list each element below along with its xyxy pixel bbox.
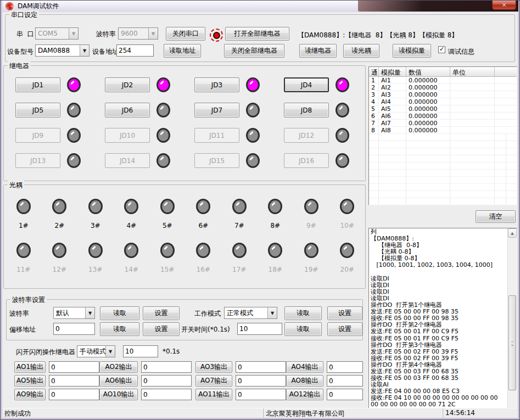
relay-button[interactable]: JD4 [284, 77, 329, 92]
relay-button[interactable]: JD13 [15, 153, 60, 168]
dropdown-arrow-icon[interactable]: ▼ [267, 307, 277, 318]
read-opto-button[interactable]: 读光耦 [343, 44, 379, 58]
titlebar[interactable]: DAM调试软件 ✕ [2, 1, 518, 12]
table-row[interactable]: 1 AI1 0.000000 [369, 77, 517, 84]
baud-setting-combobox[interactable]: 默认 ▼ [53, 307, 95, 319]
scrollbar-thumb[interactable] [508, 295, 516, 390]
table-row[interactable]: 8 AI8 0.000000 [369, 127, 517, 134]
ao-output-input[interactable] [141, 361, 192, 373]
opto-channel: 1# [5, 199, 42, 229]
address-input[interactable] [116, 44, 154, 57]
work-mode-combobox[interactable]: 正常模式 ▼ [224, 307, 277, 319]
switch-time-read-button[interactable]: 读取 [284, 322, 322, 336]
read-address-button[interactable]: 读取地址 [164, 44, 201, 58]
ao-output-input[interactable] [236, 375, 286, 387]
offset-set-button[interactable]: 设置 [143, 322, 180, 336]
ao-output-button[interactable]: AO12输出 [286, 389, 323, 400]
relay-button[interactable]: JD10 [105, 128, 150, 143]
relay-button[interactable]: JD1 [15, 77, 60, 92]
table-row[interactable]: 6 AI6 0.000000 [369, 113, 517, 120]
flash-mode-combobox[interactable]: 手动模式 ▼ [77, 345, 115, 357]
baud-read-button[interactable]: 读取 [100, 306, 139, 320]
work-mode-set-button[interactable]: 设置 [327, 306, 362, 320]
ao-output-input[interactable] [141, 389, 192, 400]
relay-button[interactable]: JD14 [105, 153, 150, 168]
relay-button[interactable]: JD3 [194, 77, 239, 92]
ao-output-cell: AO5输出 [14, 375, 99, 387]
close-port-button[interactable]: 关闭串口 [166, 27, 205, 41]
ao-output-button[interactable]: AO6输出 [99, 375, 138, 387]
table-header-cell[interactable]: 模拟量 [379, 67, 406, 76]
ao-output-input[interactable] [49, 361, 99, 373]
table-header-cell[interactable]: 数值 [406, 67, 450, 76]
table-row[interactable]: 3 AI3 0.000000 [369, 91, 517, 98]
dropdown-arrow-icon[interactable]: ▼ [85, 307, 94, 318]
close-all-relays-button[interactable]: 关闭全部继电器 [224, 44, 284, 58]
relay-button[interactable]: JD2 [105, 77, 150, 92]
ao-output-button[interactable]: AO4输出 [286, 361, 323, 373]
ao-output-input[interactable] [236, 361, 286, 373]
baud-set-button[interactable]: 设置 [143, 306, 180, 320]
ao-output-cell: AO11输出 [195, 389, 286, 400]
offset-address-input[interactable] [53, 323, 95, 335]
offset-read-button[interactable]: 读取 [100, 322, 139, 336]
opto-channel-label: 11# [16, 266, 30, 273]
log-scrollbar[interactable]: ▲ [507, 228, 517, 408]
close-button[interactable]: ✕ [492, 1, 516, 10]
relay-button[interactable]: JD7 [194, 103, 239, 117]
ao-output-input[interactable] [327, 389, 363, 400]
table-row[interactable]: 7 AI7 0.000000 [369, 120, 517, 127]
relay-button[interactable]: JD12 [284, 128, 329, 143]
relay-led-indicator [156, 103, 170, 117]
ao-output-button[interactable]: AO5输出 [14, 375, 46, 387]
table-row[interactable]: 5 AI5 0.000000 [369, 105, 517, 113]
table-header-cell[interactable]: 通 [369, 67, 379, 76]
read-relay-button[interactable]: 读继电器 [299, 44, 337, 58]
ao-output-input[interactable] [236, 389, 286, 400]
open-all-relays-button[interactable]: 打开全部继电器 [225, 27, 289, 41]
clear-button[interactable]: 清空 [476, 210, 516, 223]
relay-button[interactable]: JD5 [15, 103, 60, 117]
ao-output-button[interactable]: AO8输出 [286, 375, 323, 387]
debug-info-checkbox[interactable]: ✓ [438, 46, 445, 53]
relay-button[interactable]: JD8 [284, 103, 329, 117]
ao-output-button[interactable]: AO1输出 [14, 361, 46, 373]
ao-output-button[interactable]: AO7输出 [195, 375, 232, 387]
ao-output-input[interactable] [327, 375, 363, 387]
ao-output-button[interactable]: AO2输出 [99, 361, 138, 373]
ao-output-button[interactable]: AO3输出 [195, 361, 232, 373]
log-panel[interactable]: 列 【DAM0888】: 【继电器 0-8】 【光耦 0-8】 【模拟量 0-8… [368, 228, 517, 409]
ao-output-input[interactable] [327, 361, 363, 373]
read-analog-button[interactable]: 读模拟量 [393, 44, 431, 58]
ao-output-button[interactable]: AO11输出 [195, 389, 232, 400]
work-mode-value: 正常模式 [225, 309, 267, 318]
ao-output-input[interactable] [49, 375, 99, 387]
ao-output-button[interactable]: AO9输出 [14, 389, 46, 400]
table-row[interactable]: 4 AI4 0.000000 [369, 98, 517, 105]
ao-output-button[interactable]: AO10输出 [99, 389, 138, 400]
relay-button[interactable]: JD6 [105, 103, 150, 117]
ao-output-input[interactable] [49, 389, 99, 400]
relay-button[interactable]: JD9 [15, 128, 60, 143]
window-title: DAM调试软件 [18, 2, 59, 11]
relay-cell: JD8 [284, 103, 350, 117]
opto-channel: 3# [77, 199, 114, 229]
work-mode-read-button[interactable]: 读取 [284, 306, 322, 320]
scroll-up-button[interactable]: ▲ [508, 228, 517, 238]
relay-button[interactable]: JD11 [194, 128, 239, 143]
model-combobox[interactable]: DAM0888 ▼ [35, 44, 90, 57]
dropdown-arrow-icon[interactable]: ▼ [105, 346, 115, 357]
relay-button[interactable]: JD16 [284, 153, 329, 168]
switch-time-input[interactable] [237, 323, 282, 335]
opto-channel: 12# [42, 243, 78, 273]
table-header-cell[interactable]: 单位 [450, 67, 495, 76]
relay-button[interactable]: JD15 [194, 153, 239, 168]
opto-led-indicator [16, 199, 31, 214]
flash-time-input[interactable] [123, 345, 158, 357]
ao-output-input[interactable] [141, 375, 192, 387]
switch-time-set-button[interactable]: 设置 [327, 322, 362, 336]
dropdown-arrow-icon[interactable]: ▼ [80, 45, 89, 56]
cell-value: 0.000000 [406, 77, 450, 84]
table-header-cell[interactable] [495, 67, 517, 76]
table-row[interactable]: 2 AI2 0.000000 [369, 84, 517, 91]
